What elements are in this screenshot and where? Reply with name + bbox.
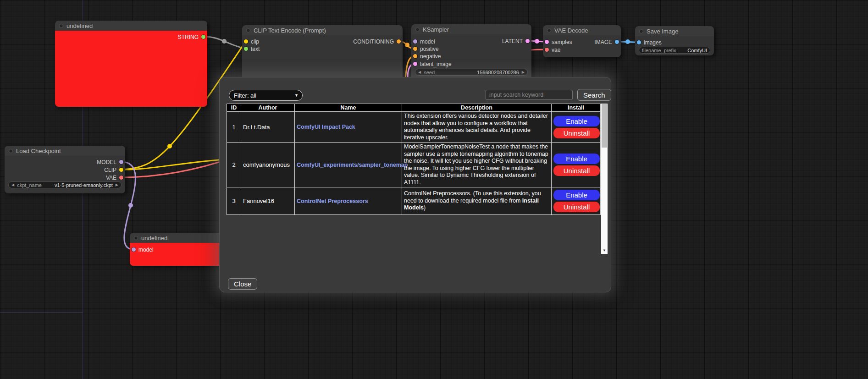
slot-dot-conditioning[interactable]: [413, 47, 417, 51]
output-slot-vae[interactable]: VAE: [106, 175, 123, 181]
slot-dot-latent[interactable]: [413, 62, 417, 66]
output-slot-model[interactable]: MODEL: [97, 159, 123, 165]
enable-button[interactable]: Enable: [553, 190, 600, 200]
input-slot-vae[interactable]: vae: [545, 47, 560, 53]
slot-dot-string[interactable]: [244, 47, 248, 51]
cell-install: Enable Uninstall: [552, 112, 601, 143]
slot-dot-model[interactable]: [413, 39, 417, 44]
input-slot-images[interactable]: images: [637, 39, 662, 45]
collapse-dot-icon[interactable]: [639, 29, 643, 33]
widget-label: seed: [424, 70, 435, 75]
slot-label: negative: [420, 53, 441, 60]
slot-dot-conditioning[interactable]: [397, 39, 401, 44]
ckpt-name-widget[interactable]: ◀ ckpt_name v1-5-pruned-emaonly.ckpt ▶: [8, 181, 122, 188]
cell-name: ControlNet Preprocessors: [295, 187, 402, 215]
widget-arrow-right-icon[interactable]: ▶: [522, 71, 525, 74]
uninstall-button[interactable]: Uninstall: [553, 165, 600, 176]
widget-arrow-left-icon[interactable]: ◀: [418, 71, 421, 74]
filter-select[interactable]: Filter: all: [229, 90, 303, 101]
filename-prefix-widget[interactable]: filename_prefix ComfyUI: [639, 47, 710, 54]
cell-author: Fannovel16: [241, 187, 295, 215]
table-row: 2 comfyanonymous ComfyUI_experiments/sam…: [227, 143, 601, 187]
collapse-dot-icon[interactable]: [9, 149, 13, 153]
output-slot-latent[interactable]: LATENT: [502, 38, 530, 44]
slot-dot-conditioning[interactable]: [413, 54, 417, 58]
node-undefined-top[interactable]: undefined STRING: [55, 21, 207, 107]
extension-link[interactable]: ComfyUI_experiments/sampler_tonemap: [297, 162, 408, 168]
slot-label: CLIP: [104, 167, 116, 173]
cell-id: 2: [227, 143, 241, 187]
search-input[interactable]: [486, 90, 573, 100]
cell-install: Enable Uninstall: [552, 143, 601, 187]
input-slot-samples[interactable]: samples: [545, 39, 572, 45]
input-slot-negative[interactable]: negative: [413, 53, 441, 59]
enable-button[interactable]: Enable: [553, 116, 600, 126]
seed-widget[interactable]: ◀ seed 156680208700286 ▶: [415, 69, 528, 76]
collapse-dot-icon[interactable]: [59, 24, 63, 28]
widget-arrow-left-icon[interactable]: ◀: [11, 183, 14, 187]
description-text: ModelSamplerTonemapNoiseTest a node that…: [404, 143, 548, 186]
slot-dot-image[interactable]: [637, 40, 641, 44]
scrollbar-down-arrow-icon[interactable]: ▼: [601, 247, 608, 254]
collapse-dot-icon[interactable]: [246, 28, 250, 33]
slot-dot-vae[interactable]: [545, 48, 549, 52]
collapse-dot-icon[interactable]: [415, 27, 420, 32]
output-slot-clip[interactable]: CLIP: [104, 167, 123, 173]
input-slot-model[interactable]: model: [132, 247, 154, 253]
node-load-checkpoint[interactable]: Load Checkpoint MODEL CLIP VAE ◀ ckpt_na…: [5, 146, 125, 193]
slot-label: text: [251, 46, 260, 52]
input-slot-text[interactable]: text: [244, 46, 260, 52]
column-header-id: ID: [227, 104, 241, 112]
slot-dot-image[interactable]: [615, 40, 619, 44]
node-save-image[interactable]: Save Image images filename_prefix ComfyU…: [635, 26, 714, 55]
input-slot-clip[interactable]: clip: [244, 38, 259, 44]
slot-dot-clip[interactable]: [119, 168, 123, 172]
slot-dot-latent[interactable]: [525, 39, 530, 43]
column-header-author: Author: [241, 104, 295, 112]
extension-link[interactable]: ControlNet Preprocessors: [297, 198, 368, 204]
node-header[interactable]: undefined: [55, 21, 207, 31]
cell-description: ModelSamplerTonemapNoiseTest a node that…: [402, 143, 552, 187]
uninstall-button[interactable]: Uninstall: [553, 202, 600, 212]
slot-label: latent_image: [420, 61, 452, 67]
close-button[interactable]: Close: [228, 278, 257, 290]
table-scrollbar[interactable]: ▼: [601, 104, 608, 254]
node-title: KSampler: [423, 26, 449, 33]
collapse-dot-icon[interactable]: [547, 28, 551, 33]
wire-dot-latent: [535, 39, 539, 44]
node-header[interactable]: CLIP Text Encode (Prompt): [242, 25, 403, 35]
slot-label: samples: [552, 39, 572, 45]
uninstall-button[interactable]: Uninstall: [553, 128, 600, 138]
enable-button[interactable]: Enable: [553, 154, 600, 164]
output-slot-image[interactable]: IMAGE: [594, 39, 619, 45]
node-graph-canvas[interactable]: undefined STRING CLIP Text Encode (Promp…: [0, 0, 868, 379]
slot-dot-latent[interactable]: [545, 40, 549, 44]
input-slot-latent-image[interactable]: latent_image: [413, 61, 452, 67]
slot-dot-vae[interactable]: [119, 176, 123, 180]
input-slot-positive[interactable]: positive: [413, 46, 439, 52]
slot-label: images: [644, 39, 662, 46]
node-header[interactable]: Load Checkpoint: [5, 146, 125, 156]
output-slot-string[interactable]: STRING: [178, 34, 205, 40]
input-slot-model[interactable]: model: [413, 38, 435, 44]
collapse-dot-icon[interactable]: [134, 236, 138, 240]
widget-value: ComfyUI: [687, 48, 707, 53]
node-vae-decode[interactable]: VAE Decode samples vae IMAGE: [543, 25, 621, 57]
cell-author: Dr.Lt.Data: [241, 112, 295, 143]
scrollbar-thumb[interactable]: [602, 104, 607, 148]
search-button[interactable]: Search: [577, 89, 611, 101]
node-header[interactable]: Save Image: [635, 26, 714, 36]
widget-label: filename_prefix: [642, 48, 676, 53]
extension-link[interactable]: ComfyUI Impact Pack: [297, 124, 355, 130]
slot-label: vae: [552, 47, 560, 53]
widget-arrow-right-icon[interactable]: ▶: [116, 183, 118, 187]
description-text: ControlNet Preprocessors. (To use this e…: [404, 190, 541, 204]
node-header[interactable]: VAE Decode: [543, 25, 621, 35]
slot-dot-model[interactable]: [132, 247, 136, 252]
slot-dot-string[interactable]: [201, 35, 205, 39]
slot-dot-clip[interactable]: [244, 39, 248, 44]
node-header[interactable]: KSampler: [411, 24, 531, 34]
output-slot-conditioning[interactable]: CONDITIONING: [353, 38, 401, 44]
widget-value: v1-5-pruned-emaonly.ckpt: [55, 182, 113, 188]
slot-dot-model[interactable]: [119, 160, 123, 164]
